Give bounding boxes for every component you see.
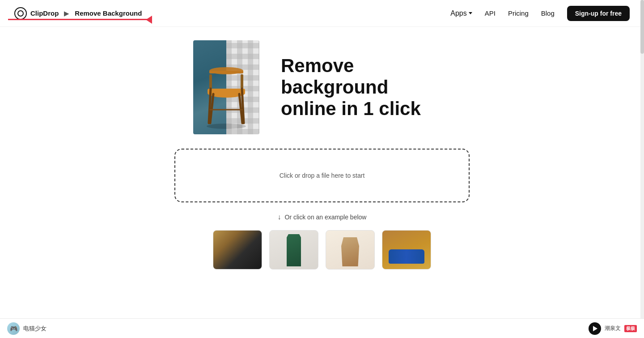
- play-icon: [593, 326, 597, 331]
- bottom-left-group: 🎮 电猫少女: [7, 322, 47, 335]
- down-arrow-icon: ↓: [278, 213, 281, 221]
- dropzone-label: Click or drop a file here to start: [280, 172, 365, 179]
- example-thumbnail-dress[interactable]: [269, 230, 318, 270]
- hero-section: Remove background online in 1 click: [193, 40, 451, 134]
- avatar-emoji: 🎮: [10, 325, 17, 332]
- avatar: 🎮: [7, 322, 20, 335]
- example-thumbnail-person[interactable]: [213, 230, 262, 270]
- svg-rect-5: [241, 74, 243, 89]
- nav-page-title: Remove Background: [75, 9, 142, 17]
- nav-blog-link[interactable]: Blog: [541, 9, 555, 17]
- bottom-right-group: 潮泉文 极极: [589, 322, 637, 335]
- main-content: Remove background online in 1 click Clic…: [0, 27, 644, 287]
- hero-headline: Remove background online in 1 click: [281, 55, 451, 120]
- nav-apps-label: Apps: [450, 9, 466, 17]
- site-name: 潮泉文: [605, 325, 621, 332]
- file-dropzone[interactable]: Click or drop a file here to start: [174, 149, 470, 202]
- nav-brand-name: ClipDrop: [30, 9, 59, 17]
- nav-brand-group: ClipDrop ▶ Remove Background: [14, 7, 142, 20]
- svg-point-11: [207, 124, 246, 129]
- channel-name: 电猫少女: [23, 325, 47, 333]
- badge: 极极: [624, 325, 637, 332]
- navbar: ClipDrop ▶ Remove Background Apps API Pr…: [0, 0, 644, 27]
- nav-links: Apps API Pricing Blog Sign-up for free: [450, 6, 630, 21]
- or-click-section: ↓ Or click on an example below: [278, 213, 367, 221]
- chevron-down-icon: [469, 12, 472, 14]
- nav-apps-dropdown[interactable]: Apps: [450, 9, 472, 17]
- or-click-label: Or click on an example below: [285, 214, 367, 221]
- chair-svg-overlay: [193, 40, 259, 134]
- hero-image: [193, 40, 259, 134]
- signup-button[interactable]: Sign-up for free: [567, 6, 630, 21]
- svg-rect-4: [209, 74, 212, 89]
- scrollbar-thumb[interactable]: [640, 0, 644, 54]
- bottom-bar: 🎮 电猫少女 潮泉文 极极: [0, 318, 644, 338]
- play-button[interactable]: [589, 322, 601, 335]
- example-thumbnail-chair[interactable]: [326, 230, 375, 270]
- nav-pricing-link[interactable]: Pricing: [508, 9, 529, 17]
- scrollbar[interactable]: [640, 0, 644, 338]
- example-thumbnail-car[interactable]: [382, 230, 431, 270]
- nav-separator: ▶: [64, 9, 69, 17]
- red-arrow-annotation: [8, 19, 151, 20]
- example-thumbnails: [213, 230, 431, 270]
- svg-rect-1: [209, 71, 243, 73]
- clipdrop-logo-icon: [14, 7, 27, 20]
- nav-api-link[interactable]: API: [485, 9, 496, 17]
- hero-text: Remove background online in 1 click: [281, 55, 451, 120]
